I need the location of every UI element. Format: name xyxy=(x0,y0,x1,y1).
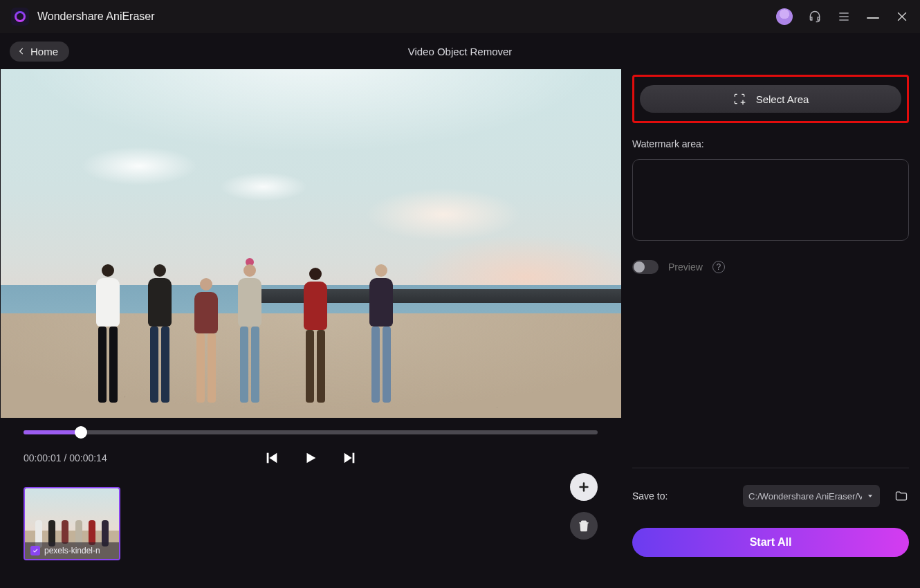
select-area-label: Select Area xyxy=(756,93,809,105)
app-title: Wondershare AniEraser xyxy=(37,10,155,23)
support-icon[interactable] xyxy=(808,10,822,24)
seek-thumb[interactable] xyxy=(75,426,87,439)
header-row: Home Video Object Remover xyxy=(0,33,920,69)
watermark-area-list xyxy=(632,159,909,241)
time-display: 00:00:01 / 00:00:14 xyxy=(24,452,107,463)
svg-marker-9 xyxy=(344,453,352,463)
chevron-left-icon xyxy=(17,46,26,56)
video-preview[interactable] xyxy=(1,69,621,418)
title-bar: Wondershare AniEraser xyxy=(0,0,920,33)
app-logo xyxy=(11,8,29,26)
seek-bar[interactable] xyxy=(24,430,598,434)
page-title: Video Object Remover xyxy=(408,46,513,57)
thumbnail-filename: pexels-kindel-n xyxy=(44,546,100,555)
svg-rect-11 xyxy=(579,486,588,488)
svg-marker-16 xyxy=(868,495,872,498)
select-area-icon xyxy=(733,92,746,106)
seek-fill xyxy=(24,430,81,434)
svg-marker-7 xyxy=(307,453,316,463)
thumbnail-checkbox[interactable] xyxy=(30,546,40,555)
help-icon[interactable]: ? xyxy=(712,261,725,273)
svg-marker-6 xyxy=(269,453,277,463)
user-avatar[interactable] xyxy=(776,8,793,25)
select-area-highlight: Select Area xyxy=(632,75,909,123)
window-minimize[interactable] xyxy=(866,10,880,24)
preview-toggle[interactable] xyxy=(632,260,659,274)
svg-rect-5 xyxy=(267,453,269,463)
clip-thumbnail[interactable]: pexels-kindel-n xyxy=(24,487,120,560)
browse-folder-button[interactable] xyxy=(894,489,909,503)
start-all-label: Start All xyxy=(750,536,792,549)
delete-clip-button[interactable] xyxy=(570,512,598,540)
window-close[interactable] xyxy=(895,10,909,24)
save-to-label: Save to: xyxy=(632,490,668,502)
add-clip-button[interactable] xyxy=(570,473,598,501)
select-area-button[interactable]: Select Area xyxy=(640,85,901,113)
home-button[interactable]: Home xyxy=(10,42,69,62)
save-path-text: C:/Wondershare AniEraser/V xyxy=(748,491,862,502)
svg-rect-8 xyxy=(353,453,355,463)
preview-label: Preview xyxy=(668,261,703,273)
home-label: Home xyxy=(30,46,58,57)
watermark-area-label: Watermark area: xyxy=(632,138,909,149)
chevron-down-icon xyxy=(866,492,874,500)
start-all-button[interactable]: Start All xyxy=(632,528,909,557)
save-path-dropdown[interactable]: C:/Wondershare AniEraser/V xyxy=(743,485,880,507)
menu-icon[interactable] xyxy=(837,10,851,24)
